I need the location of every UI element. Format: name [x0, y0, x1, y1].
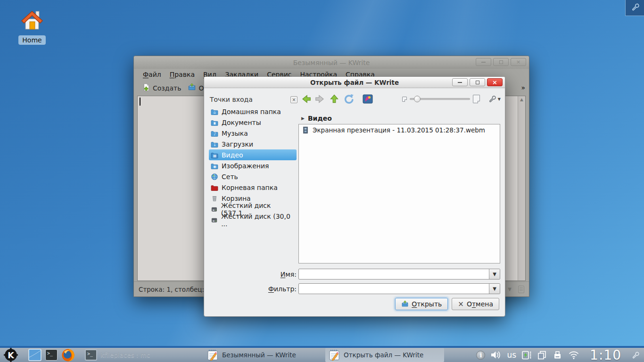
filter-combobox[interactable]: ▼ [298, 283, 500, 294]
svg-text:◉: ◉ [213, 165, 216, 169]
zoom-out-icon[interactable] [402, 97, 407, 102]
dialog-titlebar[interactable]: Открыть файл — KWrite × [204, 77, 505, 88]
file-list[interactable]: Экранная презентация - 11.03.2015 01:28:… [298, 124, 500, 263]
document-status-icon [518, 286, 524, 293]
places-panel-close-button[interactable]: × [290, 96, 297, 103]
name-combobox[interactable]: ▼ [298, 269, 500, 280]
videos-folder-icon: ▦ [211, 151, 218, 159]
back-button[interactable] [300, 93, 312, 105]
reload-icon [343, 93, 354, 105]
svg-text:♪: ♪ [214, 132, 216, 136]
dialog-nav-toolbar: ▼ [300, 92, 500, 106]
device-notifier-icon[interactable] [553, 350, 562, 360]
terminal-icon: >_ [45, 349, 58, 361]
zoom-in-icon[interactable] [473, 95, 480, 103]
toolbar-overflow-button[interactable]: » [521, 84, 525, 91]
kwrite-titlebar[interactable]: Безымянный — KWrite × [134, 56, 529, 69]
places-item-label: Видео [222, 151, 243, 159]
bookmarks-button[interactable] [363, 93, 373, 105]
file-list-item[interactable]: Экранная презентация - 11.03.2015 01:28:… [299, 124, 500, 136]
desktop-pager-icon [28, 349, 41, 361]
new-document-button[interactable]: Создать [139, 82, 184, 94]
places-item-label: Корзина [222, 195, 251, 202]
filter-dropdown-button[interactable]: ▼ [489, 284, 500, 294]
panel-toolbox-icon[interactable] [631, 351, 639, 359]
places-item-network[interactable]: Сеть [209, 171, 297, 182]
dialog-maximize-button[interactable] [470, 78, 485, 86]
vertical-scrollbar[interactable]: ▲ [518, 96, 525, 280]
places-item-pictures[interactable]: ◉ Изображения [209, 160, 297, 171]
clock[interactable]: 1:10 [585, 347, 626, 362]
places-item-label: Домашняя папка [222, 108, 281, 115]
places-item-downloads[interactable]: ↓ Загрузки [209, 139, 297, 149]
chevron-down-icon: ▼ [493, 286, 496, 291]
dialog-options-button[interactable]: ▼ [488, 93, 501, 105]
places-item-videos[interactable]: ▦ Видео [209, 149, 297, 160]
menu-file[interactable]: Файл [139, 70, 165, 79]
keyboard-layout-indicator[interactable]: us [507, 350, 516, 360]
forward-button[interactable] [314, 93, 326, 105]
home-icon [20, 26, 44, 33]
places-item-label: Документы [222, 119, 261, 126]
places-item-root[interactable]: Корневая папка [209, 182, 297, 193]
bookmarks-icon [363, 94, 373, 104]
task-button-mc[interactable]: >_ kfileplaces : mc [82, 348, 201, 362]
reload-button[interactable] [343, 93, 354, 105]
firefox-icon [61, 348, 75, 362]
chevron-down-icon: ▼ [498, 97, 501, 101]
places-item-label: Корневая папка [222, 184, 278, 191]
task-button-open-dialog[interactable]: Открыть файл — KWrite [325, 348, 444, 362]
close-button[interactable]: × [511, 58, 526, 66]
places-item-music[interactable]: ♪ Музыка [209, 128, 297, 139]
kwrite-window-title: Безымянный — KWrite [293, 59, 370, 66]
wifi-icon[interactable] [568, 350, 580, 360]
open-button[interactable]: Открыть [395, 298, 448, 310]
dialog-minimize-button[interactable] [452, 78, 468, 86]
minimize-button[interactable] [476, 58, 491, 66]
places-item-disk2[interactable]: Жёсткий диск (30,0 ... [209, 214, 297, 225]
close-icon: × [492, 79, 497, 85]
zoom-slider-handle[interactable] [414, 96, 421, 102]
menu-edit[interactable]: Правка [165, 70, 199, 79]
firefox-launcher[interactable] [59, 348, 76, 362]
network-globe-icon [211, 173, 218, 181]
svg-text:▦: ▦ [213, 154, 217, 158]
name-dropdown-button[interactable]: ▼ [489, 269, 500, 279]
minimize-icon [458, 82, 462, 83]
battery-icon[interactable] [521, 350, 532, 360]
task-title: Открыть файл — KWrite [344, 351, 423, 359]
zoom-slider[interactable] [410, 98, 470, 100]
name-input[interactable] [299, 269, 489, 279]
new-document-label: Создать [153, 84, 181, 92]
places-item-home[interactable]: ⌂ Домашняя папка [209, 106, 297, 117]
pictures-folder-icon: ◉ [211, 162, 218, 170]
maximize-button[interactable] [493, 58, 509, 66]
app-launcher-button[interactable]: K [2, 348, 20, 362]
home-folder-icon: ⌂ [211, 108, 218, 115]
back-icon [300, 93, 312, 105]
volume-icon[interactable] [490, 350, 502, 360]
task-button-kwrite[interactable]: Безымянный — KWrite [204, 348, 322, 362]
pager-widget[interactable] [26, 348, 43, 362]
places-item-documents[interactable]: Документы [209, 117, 297, 128]
notifications-icon[interactable]: i [476, 351, 485, 360]
places-panel-header: Точки входа × [210, 95, 297, 104]
desktop-toolbox-button[interactable] [625, 0, 644, 16]
konsole-launcher[interactable]: >_ [43, 348, 59, 362]
icon-zoom-control [402, 95, 480, 103]
forward-icon [314, 93, 326, 105]
up-button[interactable] [329, 93, 340, 105]
cancel-button[interactable]: × Отмена [452, 298, 499, 310]
filter-label: Фильтр: [232, 283, 297, 294]
breadcrumb-folder[interactable]: Видео [308, 115, 332, 122]
status-dropdown-icon[interactable]: ▼ [508, 287, 512, 292]
hard-disk-icon [211, 206, 218, 213]
clipboard-icon[interactable] [537, 350, 547, 360]
breadcrumb-arrow-icon[interactable]: ▶ [301, 116, 305, 121]
filter-input[interactable] [299, 284, 489, 294]
dialog-close-button[interactable]: × [487, 78, 503, 86]
new-document-icon [142, 83, 150, 93]
places-item-label: Музыка [222, 130, 248, 137]
desktop-icon-home[interactable]: Home [17, 8, 47, 45]
task-title: kfileplaces : mc [100, 351, 150, 359]
